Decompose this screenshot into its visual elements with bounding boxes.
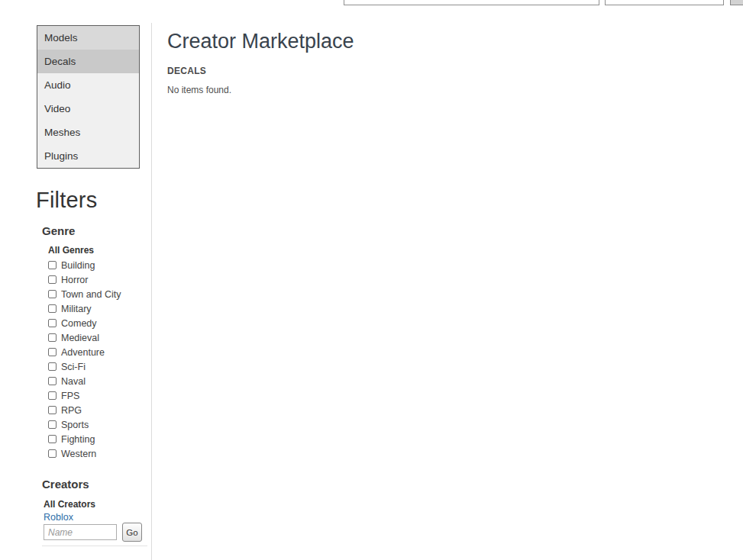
genre-filter-list: Building Horror Town and City Military C… — [48, 258, 147, 461]
all-genres-link[interactable]: All Genres — [48, 245, 94, 256]
genre-option-western[interactable]: Western — [48, 446, 147, 461]
genre-option-adventure[interactable]: Adventure — [48, 345, 147, 359]
creator-name-input[interactable] — [44, 524, 117, 540]
category-item-plugins[interactable]: Plugins — [37, 144, 139, 168]
genre-option-label: Fighting — [61, 434, 95, 445]
checkbox-icon[interactable] — [48, 348, 57, 356]
checkbox-icon[interactable] — [48, 290, 57, 298]
category-item-models[interactable]: Models — [37, 26, 139, 50]
checkbox-icon[interactable] — [48, 406, 57, 414]
checkbox-icon[interactable] — [48, 377, 57, 385]
genre-option-sci-fi[interactable]: Sci-Fi — [48, 359, 147, 374]
genre-option-comedy[interactable]: Comedy — [48, 316, 147, 330]
genre-option-label: FPS — [61, 391, 79, 401]
checkbox-icon[interactable] — [48, 333, 57, 342]
genre-option-label: Sci-Fi — [61, 362, 86, 372]
sidebar-main-divider — [151, 23, 152, 560]
genre-option-label: RPG — [61, 405, 82, 416]
genre-option-label: Building — [61, 260, 95, 271]
genre-option-sports[interactable]: Sports — [48, 417, 147, 432]
genre-option-rpg[interactable]: RPG — [48, 403, 147, 417]
checkbox-icon[interactable] — [48, 435, 57, 443]
category-item-decals[interactable]: Decals — [37, 50, 139, 73]
checkbox-icon[interactable] — [48, 449, 57, 458]
genre-option-label: Adventure — [61, 347, 105, 358]
category-item-video[interactable]: Video — [37, 97, 139, 121]
genre-option-label: Town and City — [61, 289, 121, 300]
creator-marketplace-page: Models Decals Audio Video Meshes Plugins… — [0, 0, 743, 560]
results-section-label: DECALS — [167, 66, 206, 76]
creator-link-roblox[interactable]: Roblox — [44, 512, 73, 523]
category-item-audio[interactable]: Audio — [37, 73, 139, 97]
genre-option-military[interactable]: Military — [48, 301, 147, 316]
checkbox-icon[interactable] — [48, 275, 57, 284]
genre-option-label: Naval — [61, 376, 86, 387]
checkbox-icon[interactable] — [48, 362, 57, 371]
genre-option-label: Medieval — [61, 333, 99, 343]
genre-option-fighting[interactable]: Fighting — [48, 432, 147, 446]
checkbox-icon[interactable] — [48, 304, 57, 313]
checkbox-icon[interactable] — [48, 420, 57, 429]
creators-heading: Creators — [42, 478, 89, 491]
genre-heading: Genre — [42, 224, 75, 237]
sidebar-bottom-divider — [42, 546, 147, 546]
search-input[interactable] — [344, 0, 599, 5]
category-item-meshes[interactable]: Meshes — [37, 121, 139, 144]
checkbox-icon[interactable] — [48, 261, 57, 269]
all-creators-link[interactable]: All Creators — [44, 499, 95, 510]
search-button[interactable] — [730, 0, 743, 5]
empty-results-message: No items found. — [167, 85, 231, 95]
genre-option-building[interactable]: Building — [48, 258, 147, 272]
genre-option-label: Sports — [61, 420, 89, 430]
genre-option-medieval[interactable]: Medieval — [48, 330, 147, 345]
page-title: Creator Marketplace — [167, 30, 354, 53]
checkbox-icon[interactable] — [48, 391, 57, 400]
genre-option-naval[interactable]: Naval — [48, 374, 147, 388]
checkbox-icon[interactable] — [48, 319, 57, 327]
genre-option-label: Military — [61, 304, 92, 314]
genre-option-fps[interactable]: FPS — [48, 388, 147, 403]
genre-option-horror[interactable]: Horror — [48, 272, 147, 287]
genre-option-label: Comedy — [61, 318, 97, 329]
genre-option-label: Western — [61, 449, 96, 459]
genre-option-label: Horror — [61, 275, 88, 285]
filters-title: Filters — [36, 188, 97, 213]
genre-option-town-and-city[interactable]: Town and City — [48, 287, 147, 301]
asset-category-list: Models Decals Audio Video Meshes Plugins — [37, 25, 140, 169]
creator-go-button[interactable]: Go — [122, 523, 142, 542]
category-filter-input[interactable] — [605, 0, 724, 5]
